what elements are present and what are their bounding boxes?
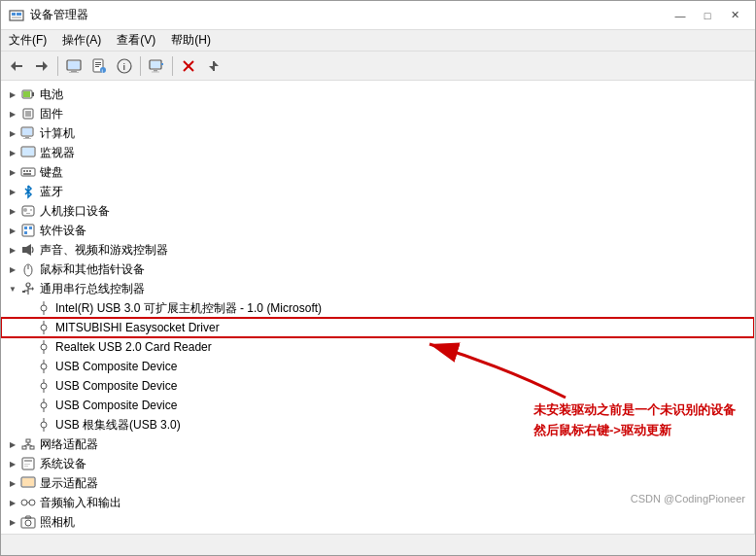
window-title: 设备管理器 [30, 7, 88, 23]
item-label-keyboard: 键盘 [40, 164, 63, 181]
close-button[interactable]: ✕ [722, 6, 747, 25]
item-icon-usb-root [20, 281, 36, 296]
expand-arrow-audio-io[interactable]: ▶ [5, 495, 20, 510]
expand-arrow-bluetooth[interactable]: ▶ [5, 184, 20, 199]
item-icon-display [20, 475, 36, 491]
expand-arrow-sys-dev[interactable]: ▶ [5, 456, 20, 471]
item-label-mitsubishi: MITSUBISHI Easysocket Driver [55, 321, 220, 334]
tree-item-usb-comp3[interactable]: USB Composite Device [1, 396, 754, 415]
expand-arrow-usb-comp3[interactable] [20, 398, 36, 413]
tree-item-keyboard[interactable]: ▶键盘 [1, 162, 754, 182]
tree-item-realtek[interactable]: Realtek USB 2.0 Card Reader [1, 337, 754, 357]
item-icon-sys-dev [20, 456, 36, 471]
item-icon-usb-comp2 [36, 378, 52, 394]
svg-point-101 [25, 520, 31, 526]
tree-item-usb-comp1[interactable]: USB Composite Device [1, 357, 754, 376]
svg-rect-51 [24, 226, 27, 229]
computer-button[interactable] [62, 54, 86, 78]
tree-item-battery[interactable]: ▶电池 [1, 85, 754, 104]
title-bar-left: 设备管理器 [9, 7, 88, 23]
expand-arrow-usb-comp1[interactable] [20, 359, 36, 374]
tree-item-network[interactable]: ▶网络适配器 [1, 434, 754, 454]
svg-marker-55 [26, 244, 31, 256]
expand-arrow-hid[interactable]: ▶ [5, 203, 20, 219]
tree-item-display[interactable]: ▶显示适配器 [1, 473, 754, 493]
tree-item-sys-dev[interactable]: ▶系统设备 [1, 454, 754, 473]
minimize-button[interactable]: — [668, 6, 693, 25]
menu-help[interactable]: 帮助(H) [163, 30, 219, 51]
svg-point-82 [41, 422, 47, 428]
expand-arrow-monitor[interactable]: ▶ [5, 145, 20, 160]
item-icon-audio [20, 242, 36, 258]
expand-arrow-mouse[interactable]: ▶ [5, 261, 20, 277]
expand-arrow-software[interactable]: ▶ [5, 223, 20, 238]
svg-point-48 [30, 209, 32, 211]
back-button[interactable] [5, 54, 28, 78]
tree-item-intel-usb[interactable]: Intel(R) USB 3.0 可扩展主机控制器 - 1.0 (Microso… [1, 298, 754, 318]
expand-arrow-firmware[interactable]: ▶ [5, 106, 20, 122]
item-label-intel-usb: Intel(R) USB 3.0 可扩展主机控制器 - 1.0 (Microso… [55, 300, 322, 317]
expand-arrow-audio[interactable]: ▶ [5, 242, 20, 258]
svg-point-73 [41, 364, 47, 369]
item-icon-camera [20, 514, 36, 530]
monitor-button[interactable] [145, 54, 168, 78]
menu-action[interactable]: 操作(A) [54, 30, 109, 51]
expand-arrow-battery[interactable]: ▶ [5, 87, 20, 102]
item-icon-realtek [36, 339, 52, 355]
window-icon [9, 8, 24, 23]
expand-arrow-usb-hub[interactable] [20, 417, 36, 433]
tree-item-bluetooth[interactable]: ▶蓝牙 [1, 182, 754, 201]
item-label-usb-comp3: USB Composite Device [55, 399, 177, 412]
expand-arrow-camera[interactable]: ▶ [5, 514, 20, 530]
expand-arrow-intel-usb[interactable] [20, 300, 36, 316]
device-manager-window: 设备管理器 — □ ✕ 文件(F) 操作(A) 查看(V) 帮助(H) [0, 0, 756, 556]
info-button[interactable]: i [113, 54, 136, 78]
forward-button[interactable] [30, 54, 53, 78]
svg-rect-31 [32, 92, 34, 96]
menu-view[interactable]: 查看(V) [109, 30, 163, 51]
item-icon-mitsubishi [36, 320, 52, 335]
svg-rect-15 [95, 66, 99, 67]
tree-item-hid[interactable]: ▶人机接口设备 [1, 201, 754, 221]
svg-rect-92 [24, 460, 32, 462]
delete-button[interactable] [177, 54, 200, 78]
expand-arrow-computer[interactable]: ▶ [5, 125, 20, 141]
tree-item-audio[interactable]: ▶声音、视频和游戏控制器 [1, 240, 754, 260]
expand-arrow-mitsubishi[interactable] [20, 320, 36, 335]
expand-arrow-display[interactable]: ▶ [5, 475, 20, 491]
update-button[interactable] [202, 54, 225, 78]
expand-arrow-usb-comp2[interactable] [20, 378, 36, 394]
svg-rect-96 [22, 478, 34, 486]
svg-rect-9 [68, 61, 80, 69]
svg-marker-63 [32, 287, 34, 291]
tree-item-usb-root[interactable]: ▼通用串行总线控制器 [1, 279, 754, 298]
menu-file[interactable]: 文件(F) [1, 30, 54, 51]
tree-item-camera[interactable]: ▶照相机 [1, 512, 754, 532]
tree-item-usb-hub[interactable]: USB 根集线器(USB 3.0) [1, 415, 754, 434]
svg-rect-7 [36, 65, 44, 67]
tree-item-mitsubishi[interactable]: MITSUBISHI Easysocket Driver [1, 318, 754, 337]
svg-rect-53 [24, 231, 27, 234]
tree-item-software[interactable]: ▶软件设备 [1, 221, 754, 240]
tree-item-mouse[interactable]: ▶鼠标和其他指针设备 [1, 260, 754, 279]
tree-panel[interactable]: ▶电池▶固件▶计算机▶监视器▶键盘▶蓝牙▶人机接口设备▶软件设备▶声音、视频和游… [1, 81, 755, 534]
svg-point-97 [21, 500, 27, 505]
expand-arrow-network[interactable]: ▶ [5, 436, 20, 452]
item-icon-computer [20, 125, 36, 141]
tree-item-monitor[interactable]: ▶监视器 [1, 143, 754, 162]
expand-arrow-realtek[interactable] [20, 339, 36, 355]
item-label-battery: 电池 [40, 87, 63, 103]
menu-bar: 文件(F) 操作(A) 查看(V) 帮助(H) [1, 30, 755, 52]
tree-item-firmware[interactable]: ▶固件 [1, 104, 754, 123]
tree-item-computer[interactable]: ▶计算机 [1, 123, 754, 143]
item-label-bluetooth: 蓝牙 [40, 184, 63, 200]
expand-arrow-usb-root[interactable]: ▼ [5, 281, 20, 296]
toolbar: i i [1, 52, 755, 81]
tree-item-usb-comp2[interactable]: USB Composite Device [1, 376, 754, 396]
item-label-computer: 计算机 [40, 125, 75, 142]
item-icon-usb-comp3 [36, 398, 52, 413]
props-button[interactable]: i [87, 54, 111, 78]
svg-rect-85 [22, 446, 26, 449]
expand-arrow-keyboard[interactable]: ▶ [5, 164, 20, 180]
maximize-button[interactable]: □ [695, 6, 720, 25]
